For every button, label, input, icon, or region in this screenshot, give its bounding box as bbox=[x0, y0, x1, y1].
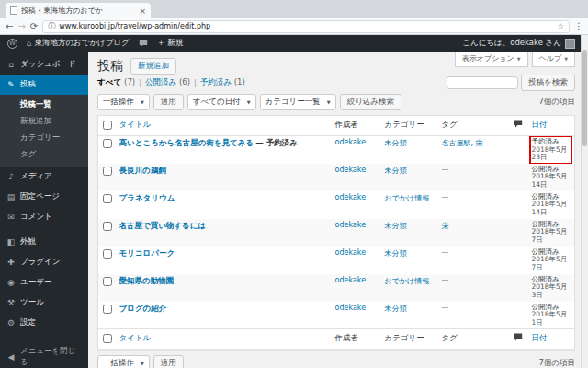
bulk-action-select-bottom[interactable]: 一括操作 ▼ bbox=[97, 355, 150, 368]
row-checkbox[interactable] bbox=[103, 277, 112, 286]
author-link[interactable]: odekake bbox=[335, 166, 367, 174]
column-title[interactable]: タイトル bbox=[115, 116, 331, 136]
category-link[interactable]: 未分類 bbox=[385, 167, 407, 175]
howdy-greeting[interactable]: こんにちは、odekake さん bbox=[462, 38, 561, 49]
reload-icon[interactable]: ⟳ bbox=[30, 22, 38, 31]
row-checkbox[interactable] bbox=[103, 222, 112, 231]
admin-bar-site-name[interactable]: ⌂ 東海地方のおでかけブログ bbox=[27, 38, 130, 49]
sidebar-item-tools[interactable]: ⚒ ツール bbox=[0, 293, 88, 313]
author-link[interactable]: odekake bbox=[335, 276, 367, 284]
sidebar-item-media[interactable]: ♪ メディア bbox=[0, 167, 88, 187]
column-category: カテゴリー bbox=[380, 116, 437, 136]
column-date[interactable]: 日付 bbox=[527, 116, 575, 136]
submenu-item-categories[interactable]: カテゴリー bbox=[0, 130, 88, 146]
apply-button-bottom[interactable]: 適用 bbox=[153, 355, 184, 368]
category-link[interactable]: 未分類 bbox=[385, 222, 407, 230]
submenu-item-add-new[interactable]: 新規追加 bbox=[0, 113, 88, 130]
browser-tab[interactable]: 投稿 ‹ 東海地方のおでか × bbox=[6, 3, 151, 18]
sidebar-item-plugins[interactable]: ✚ プラグイン bbox=[0, 252, 88, 272]
author-link[interactable]: odekake bbox=[335, 138, 367, 146]
post-date: 2018年5月7日 bbox=[532, 228, 571, 244]
category-link[interactable]: 未分類 bbox=[385, 249, 407, 258]
submenu-item-all-posts[interactable]: 投稿一覧 bbox=[0, 97, 88, 113]
sidebar-item-posts[interactable]: ✎ 投稿 bbox=[0, 75, 88, 95]
author-link[interactable]: odekake bbox=[335, 304, 367, 312]
admin-bar-comments[interactable] bbox=[139, 40, 148, 48]
post-date: 2018年5月1日 bbox=[532, 311, 571, 327]
sidebar-collapse-menu[interactable]: ◀ メニューを閉じる bbox=[0, 341, 88, 368]
column-date[interactable]: 日付 bbox=[527, 329, 575, 350]
search-posts-button[interactable]: 投稿を検索 bbox=[521, 75, 575, 91]
bulk-action-label: 一括操作 bbox=[103, 97, 134, 108]
category-link[interactable]: おでかけ情報 bbox=[385, 194, 430, 202]
tablenav-bottom: 一括操作 ▼ 適用 7個の項目 bbox=[97, 354, 575, 368]
tags-link[interactable]: 栄 bbox=[442, 222, 449, 230]
forward-icon[interactable]: → bbox=[17, 22, 25, 31]
select-all-checkbox[interactable] bbox=[103, 121, 112, 130]
author-link[interactable]: odekake bbox=[335, 248, 367, 257]
tags-link[interactable]: 名古屋駅, 栄 bbox=[442, 139, 483, 147]
collapse-icon: ◀ bbox=[6, 352, 16, 362]
row-checkbox[interactable] bbox=[103, 305, 112, 314]
sidebar-item-users[interactable]: ◉ ユーザー bbox=[0, 272, 88, 293]
wordpress-logo-icon[interactable]: W bbox=[7, 39, 17, 49]
sidebar-item-appearance[interactable]: ◧ 外観 bbox=[0, 232, 88, 252]
tab-close-icon[interactable]: × bbox=[139, 6, 146, 16]
author-link[interactable]: odekake bbox=[335, 193, 367, 201]
main-content: 表示オプション ▼ ヘルプ ▼ 投稿 新規追加 すべて (7) | bbox=[88, 52, 581, 368]
view-published-link[interactable]: 公開済み (6) bbox=[145, 77, 190, 88]
admin-bar-new-button[interactable]: ＋ 新規 bbox=[157, 38, 183, 49]
submenu-item-tags[interactable]: タグ bbox=[0, 146, 88, 163]
status-filter-views: すべて (7) | 公開済み (6) | 予約済み (1) 投稿を検索 bbox=[97, 77, 575, 88]
row-checkbox[interactable] bbox=[103, 167, 112, 176]
sidebar-label-posts: 投稿 bbox=[20, 79, 36, 90]
column-author: 作成者 bbox=[331, 329, 380, 350]
sidebar-item-pages[interactable]: ▤ 固定ページ bbox=[0, 187, 88, 207]
chevron-down-icon: ▼ bbox=[141, 361, 144, 366]
add-new-button[interactable]: 新規追加 bbox=[130, 58, 176, 75]
select-all-checkbox[interactable] bbox=[103, 334, 112, 343]
category-link[interactable]: おでかけ情報 bbox=[385, 277, 430, 285]
help-label: ヘルプ bbox=[539, 53, 562, 63]
row-checkbox[interactable] bbox=[103, 249, 112, 259]
search-input[interactable] bbox=[447, 76, 518, 89]
post-title-link[interactable]: 長良川の鵜飼 bbox=[119, 166, 166, 175]
scrollbar-thumb[interactable] bbox=[582, 50, 587, 146]
post-title-link[interactable]: プラネタリウム bbox=[119, 193, 175, 202]
view-scheduled-label: 予約済み bbox=[200, 77, 232, 86]
sidebar-item-comments[interactable]: ✉ コメント bbox=[0, 207, 88, 227]
row-checkbox[interactable] bbox=[103, 139, 112, 148]
column-title[interactable]: タイトル bbox=[115, 329, 331, 350]
row-checkbox[interactable] bbox=[103, 194, 112, 203]
post-title-link[interactable]: 名古屋で買い物するには bbox=[119, 221, 207, 230]
bulk-action-select[interactable]: 一括操作 ▼ bbox=[97, 94, 150, 110]
category-link[interactable]: 未分類 bbox=[385, 139, 407, 147]
help-button[interactable]: ヘルプ ▼ bbox=[532, 52, 575, 67]
date-cell: 公開済み2018年5月1日 bbox=[532, 304, 571, 328]
bookmark-star-icon[interactable]: ☆ bbox=[558, 22, 564, 30]
sidebar-item-settings[interactable]: ⚙ 設定 bbox=[0, 313, 88, 333]
post-date: 2018年5月3日 bbox=[532, 283, 571, 299]
back-icon[interactable]: ← bbox=[6, 22, 13, 31]
post-title-link[interactable]: 愛知県の動物園 bbox=[119, 276, 175, 285]
screen-options-button[interactable]: 表示オプション ▼ bbox=[455, 52, 528, 67]
browser-menu-icon[interactable]: ⋮ bbox=[574, 21, 582, 31]
site-info-icon[interactable]: ⓘ bbox=[48, 21, 55, 31]
apply-button[interactable]: 適用 bbox=[153, 94, 184, 110]
search-box: 投稿を検索 bbox=[447, 75, 575, 91]
post-title-link[interactable]: ブログの紹介 bbox=[119, 304, 167, 313]
column-category: カテゴリー bbox=[380, 329, 437, 350]
category-filter-select[interactable]: カテゴリー一覧 ▼ bbox=[260, 94, 336, 110]
category-link[interactable]: 未分類 bbox=[385, 305, 407, 313]
author-link[interactable]: odekake bbox=[335, 221, 367, 229]
post-title-link[interactable]: モリコロパーク bbox=[119, 248, 175, 258]
address-bar[interactable]: ⓘ www.kuroobi.jp/travel/wp-admin/edit.ph… bbox=[42, 20, 570, 33]
date-filter-select[interactable]: すべての日付 ▼ bbox=[187, 94, 256, 110]
view-scheduled-link[interactable]: 予約済み (1) bbox=[200, 77, 245, 88]
sidebar-item-dashboard[interactable]: ⌂ ダッシュボード bbox=[0, 54, 88, 75]
post-title-link[interactable]: 高いところから名古屋の街を見てみる bbox=[119, 138, 254, 147]
view-all-link[interactable]: すべて (7) bbox=[97, 77, 135, 88]
filter-button[interactable]: 絞り込み検索 bbox=[340, 94, 401, 110]
scrollbar-track[interactable] bbox=[581, 35, 588, 368]
wp-admin-bar: W ⌂ 東海地方のおでかけブログ ＋ 新規 こんにちは、odekake さん bbox=[0, 35, 588, 52]
